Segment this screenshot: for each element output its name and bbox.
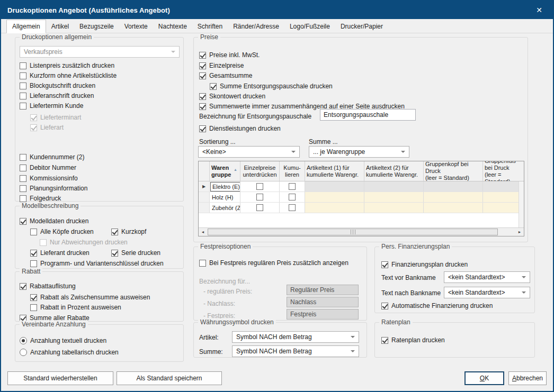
tab-allgemein[interactable]: Allgemein — [6, 20, 46, 33]
checkbox-rabatt-zwischensumme[interactable]: Rabatt als Zwischensumme ausweisen — [30, 293, 150, 302]
tab-bezugszeile[interactable]: Bezugszeile — [74, 20, 119, 33]
checkbox-rabatt-prozent[interactable]: Rabatt in Prozent ausweisen — [30, 303, 121, 312]
scrollbar-thumb[interactable] — [208, 229, 498, 235]
close-icon[interactable]: ✕ — [532, 5, 547, 15]
artikeltext-2-cell[interactable] — [364, 181, 424, 192]
header-gruppenkopf[interactable]: Gruppenkopf bei Druck (leer = Standard) — [424, 161, 483, 181]
checkbox-kurzkopf[interactable]: Kurzkopf — [111, 227, 146, 236]
table-row-elektro[interactable]: ▶ Elektro (E) — [199, 181, 524, 192]
gruppenfuss-cell[interactable] — [483, 181, 524, 192]
checkbox-skontowert[interactable]: Skontowert drucken — [199, 92, 265, 101]
tab-drucker-papier[interactable]: Drucker/Papier — [335, 20, 388, 33]
sortierung-dropdown[interactable]: <Keine> — [198, 146, 300, 158]
checkbox-liefertermin-kunde[interactable]: Liefertermin Kunde — [20, 102, 83, 110]
grid-checkbox[interactable] — [289, 204, 296, 211]
header-einzelpreise-unterdruecken[interactable]: Einzelpreise unterdrücken — [240, 161, 280, 181]
checkbox-einzelpreise[interactable]: Einzelpreise — [199, 61, 244, 70]
tab-schriften[interactable]: Schriften — [192, 20, 228, 33]
checkbox-serie[interactable]: Serie drucken — [111, 249, 160, 257]
scrollbar-track[interactable] — [207, 228, 515, 236]
grid-checkbox[interactable] — [256, 183, 263, 190]
checkbox-lieferanschrift[interactable]: Lieferanschrift drucken — [20, 92, 94, 100]
checkbox-lieferant[interactable]: Lieferant drucken — [30, 249, 90, 257]
radio-anzahlung-tabellarisch[interactable]: Anzahlung tabellarisch drucken — [20, 348, 119, 357]
table-row-zubehoer[interactable]: ▶ Zubehör (Z) — [199, 203, 524, 213]
scroll-left-icon[interactable]: ◄ — [199, 230, 207, 234]
grid-checkbox[interactable] — [289, 194, 296, 200]
checkbox-gesamtsumme[interactable]: Gesamtsumme — [199, 71, 252, 80]
summe-dropdown[interactable]: ... je Warengruppe — [309, 146, 409, 158]
tab-artikel[interactable]: Artikel — [46, 20, 74, 33]
checkbox-modelldaten[interactable]: Modelldaten drucken — [20, 217, 88, 225]
table-row-holz[interactable]: ▶ Holz (H) — [199, 192, 524, 203]
header-artikeltext-1[interactable]: Artikeltext (1) für kumulierte Warengr. — [305, 161, 364, 181]
artikeltext-1-cell[interactable] — [305, 192, 364, 202]
warengruppe-cell[interactable]: Elektro (E) — [210, 181, 240, 192]
warengruppe-cell[interactable]: Holz (H) — [210, 192, 240, 202]
warengruppe-cell[interactable]: Zubehör (Z) — [210, 203, 240, 213]
scroll-right-icon[interactable]: ► — [515, 230, 524, 234]
checkbox-kundennummer[interactable]: Kundennummer (2) — [20, 153, 84, 161]
tab-vortexte[interactable]: Vortexte — [119, 20, 153, 33]
gruppenkopf-cell[interactable] — [424, 192, 483, 202]
header-kumulieren[interactable]: Kumu- lieren — [280, 161, 305, 181]
checkbox-blockgutschrift[interactable]: Blockgutschrift drucken — [20, 81, 95, 90]
table-header-row: Waren gruppe▲ Einzelpreise unterdrücken … — [199, 161, 524, 181]
table-horizontal-scrollbar[interactable]: ◄ ► — [199, 227, 524, 236]
group-title: Rabatt — [20, 268, 42, 275]
group-preise: Preise Preise inkl. MwSt. Einzelpreise G… — [193, 37, 528, 242]
kumulieren-cell[interactable] — [280, 181, 305, 192]
kumulieren-cell[interactable] — [280, 203, 305, 213]
cancel-button[interactable]: Abbrechen — [508, 371, 547, 385]
checkbox-folgedruck[interactable]: Folgedruck — [20, 194, 61, 203]
checkbox-kurzform[interactable]: Kurzform ohne Artikelstückliste — [20, 71, 117, 80]
checkbox-festpreis-regulaer[interactable]: Bei Festpreis regulären Preis zusätzlich… — [199, 259, 349, 267]
waehrung-artikel-dropdown[interactable]: Symbol NACH dem Betrag — [232, 331, 359, 343]
gruppenfuss-cell[interactable] — [483, 192, 524, 202]
text-nach-bankname-dropdown[interactable]: <kein Standardtext> — [444, 287, 530, 298]
text-vor-bankname-dropdown[interactable]: <kein Standardtext> — [444, 271, 530, 283]
checkbox-listenpreis[interactable]: Listenpreis zusätzlich drucken — [20, 61, 114, 70]
checkbox-kommissionsinfo[interactable]: Kommissionsinfo — [20, 174, 78, 183]
checkbox-programm-varianten[interactable]: Programm- und Variantenschlüssel drucken — [30, 259, 164, 268]
checkbox-summe-entsorgungspauschale[interactable]: Summe Entsorgungspauschale drucken — [210, 82, 333, 90]
header-label: Waren gruppe — [211, 165, 231, 178]
checkbox-dienstleistungen[interactable]: Dienstleistungen drucken — [199, 124, 281, 133]
tab-raender-adresse[interactable]: Ränder/Adresse — [228, 20, 284, 33]
checkbox-finanzierungsplan[interactable]: Finanzierungsplan drucken — [381, 260, 468, 269]
radio-anzahlung-textuell[interactable]: Anzahlung textuell drucken — [20, 336, 106, 345]
checkbox-ratenplan[interactable]: Ratenplan drucken — [381, 336, 445, 344]
artikeltext-1-cell[interactable] — [305, 181, 364, 192]
checkbox-rabattauflistung[interactable]: Rabattauflistung — [20, 282, 76, 290]
artikeltext-2-cell[interactable] — [364, 203, 424, 213]
header-gruppenfuss[interactable]: Gruppenfuß bei Druck (leer = Standard) — [483, 161, 524, 181]
tab-logo-fusszeile[interactable]: Logo/Fußzeile — [284, 20, 335, 33]
grid-checkbox[interactable] — [256, 204, 263, 211]
restore-default-button[interactable]: Standard wiederherstellen — [7, 371, 113, 385]
grid-checkbox[interactable] — [256, 194, 263, 200]
einzelpreise-unterdruecken-cell[interactable] — [240, 192, 280, 202]
checkbox-alle-koepfe[interactable]: Alle Köpfe drucken — [30, 227, 94, 236]
gruppenfuss-cell[interactable] — [483, 203, 524, 213]
titlebar[interactable]: Druckoptionen Angebot (Ausführliches Ang… — [1, 1, 553, 19]
checkbox-planungsinformation[interactable]: Planungsinformation — [20, 184, 87, 193]
grid-checkbox[interactable] — [289, 183, 296, 190]
ok-button[interactable]: OK — [464, 371, 504, 385]
gruppenkopf-cell[interactable] — [424, 181, 483, 192]
header-artikeltext-2[interactable]: Artikeltext (2) für kumulierte Warengr. — [364, 161, 424, 181]
gruppenkopf-cell[interactable] — [424, 203, 483, 213]
header-warengruppe[interactable]: Waren gruppe▲ — [210, 161, 240, 181]
save-as-default-button[interactable]: Als Standard speichern — [117, 371, 222, 385]
waehrung-summe-dropdown[interactable]: Symbol NACH dem Betrag — [232, 345, 359, 357]
einzelpreise-unterdruecken-cell[interactable] — [240, 181, 280, 192]
tab-nachtexte[interactable]: Nachtexte — [153, 20, 192, 33]
bezeichnung-entsorgung-input[interactable]: Entsorgungspauschale — [320, 109, 416, 121]
table-vertical-scrollbar[interactable] — [519, 181, 524, 228]
artikeltext-1-cell[interactable] — [305, 203, 364, 213]
checkbox-debitor-nummer[interactable]: Debitor Nummer — [20, 163, 76, 172]
einzelpreise-unterdruecken-cell[interactable] — [240, 203, 280, 213]
kumulieren-cell[interactable] — [280, 192, 305, 202]
checkbox-automatische-finanzierung[interactable]: Automatische Finanzierung drucken — [381, 302, 493, 310]
checkbox-preise-inkl-mwst[interactable]: Preise inkl. MwSt. — [199, 51, 260, 59]
artikeltext-2-cell[interactable] — [364, 192, 424, 202]
